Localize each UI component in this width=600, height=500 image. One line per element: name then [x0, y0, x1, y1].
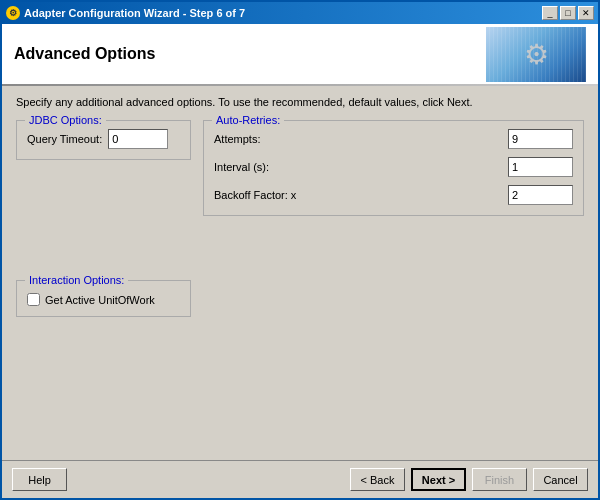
left-column: JDBC Options: Query Timeout: Interaction…	[16, 120, 191, 450]
interval-label: Interval (s):	[214, 161, 269, 173]
wizard-window: ⚙ Adapter Configuration Wizard - Step 6 …	[0, 0, 600, 500]
back-button[interactable]: < Back	[350, 468, 405, 491]
interaction-options-legend: Interaction Options:	[25, 274, 128, 286]
next-button[interactable]: Next >	[411, 468, 466, 491]
cancel-button[interactable]: Cancel	[533, 468, 588, 491]
get-active-checkbox[interactable]	[27, 293, 40, 306]
help-button[interactable]: Help	[12, 468, 67, 491]
title-bar-buttons: _ □ ✕	[542, 6, 594, 20]
jdbc-options-group: JDBC Options: Query Timeout:	[16, 120, 191, 160]
close-button[interactable]: ✕	[578, 6, 594, 20]
jdbc-options-legend: JDBC Options:	[25, 114, 106, 126]
query-timeout-input[interactable]	[108, 129, 168, 149]
backoff-label: Backoff Factor: x	[214, 189, 296, 201]
footer: Help < Back Next > Finish Cancel	[2, 460, 598, 498]
backoff-input[interactable]	[508, 185, 573, 205]
query-timeout-row: Query Timeout:	[27, 129, 180, 149]
interval-input[interactable]	[508, 157, 573, 177]
gear-icon: ⚙	[524, 38, 549, 71]
backoff-row: Backoff Factor: x	[214, 185, 573, 205]
query-timeout-label: Query Timeout:	[27, 133, 102, 145]
right-column: Auto-Retries: Attempts: Interval (s):	[203, 120, 584, 450]
interval-row: Interval (s):	[214, 157, 573, 177]
title-bar: ⚙ Adapter Configuration Wizard - Step 6 …	[2, 2, 598, 24]
footer-left: Help	[12, 468, 67, 491]
get-active-row: Get Active UnitOfWork	[27, 293, 180, 306]
interaction-options-group: Interaction Options: Get Active UnitOfWo…	[16, 280, 191, 317]
attempts-input[interactable]	[508, 129, 573, 149]
description-text: Specify any additional advanced options.…	[16, 96, 584, 108]
footer-right: < Back Next > Finish Cancel	[350, 468, 588, 491]
attempts-row: Attempts:	[214, 129, 573, 149]
auto-retries-group: Auto-Retries: Attempts: Interval (s):	[203, 120, 584, 216]
get-active-label: Get Active UnitOfWork	[45, 294, 155, 306]
window-title: Adapter Configuration Wizard - Step 6 of…	[24, 7, 542, 19]
window-icon: ⚙	[6, 6, 20, 20]
page-header: Advanced Options ⚙	[2, 24, 598, 84]
attempts-label: Attempts:	[214, 133, 260, 145]
form-area: Specify any additional advanced options.…	[2, 86, 598, 460]
header-image: ⚙	[486, 27, 586, 82]
window-content: Advanced Options ⚙ Specify any additiona…	[2, 24, 598, 498]
auto-retries-legend: Auto-Retries:	[212, 114, 284, 126]
minimize-button[interactable]: _	[542, 6, 558, 20]
page-title: Advanced Options	[14, 45, 155, 63]
maximize-button[interactable]: □	[560, 6, 576, 20]
finish-button[interactable]: Finish	[472, 468, 527, 491]
columns-container: JDBC Options: Query Timeout: Interaction…	[16, 120, 584, 450]
